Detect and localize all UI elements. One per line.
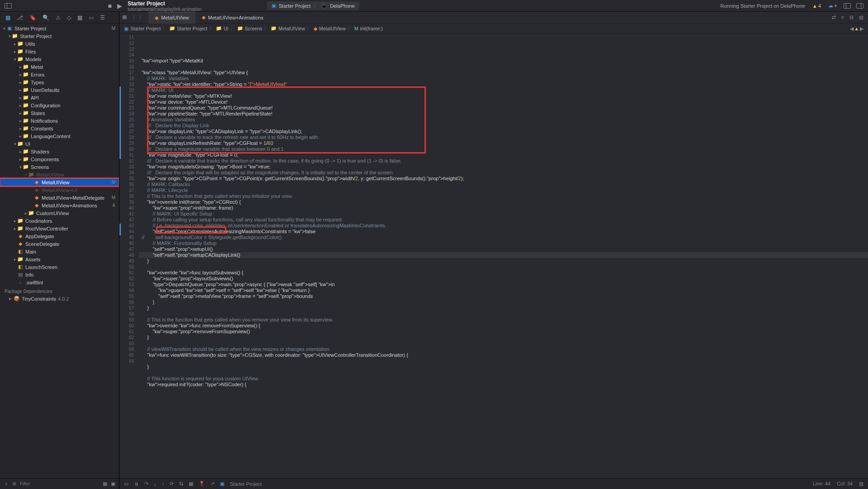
stop-button[interactable]: ■ bbox=[108, 2, 112, 10]
split-icon[interactable]: ▥ bbox=[859, 14, 863, 20]
tree-folder[interactable]: ▸📁Constants bbox=[0, 125, 119, 132]
filter-bar: ＋ ⊜ ▦ ▣ bbox=[0, 478, 119, 489]
tree-file[interactable]: ◆MetalUIView+AnimationsA bbox=[0, 201, 119, 209]
add-button[interactable]: ＋ bbox=[833, 2, 838, 9]
phone-icon: 📱 bbox=[321, 3, 327, 9]
source-control-icon[interactable]: ⎇ bbox=[17, 14, 23, 21]
bookmark-icon[interactable]: 🔖 bbox=[29, 14, 36, 21]
tree-file[interactable]: ◧Main bbox=[0, 248, 119, 255]
code-editor[interactable]: 1112131415161718192021222324252627282930… bbox=[119, 34, 868, 478]
build-status: Running Starter Project on DelaPhone bbox=[720, 3, 805, 9]
issue-icon[interactable]: ⚠ bbox=[56, 14, 61, 21]
toggle-inspector-icon[interactable] bbox=[856, 3, 863, 9]
next-issue-icon[interactable]: ▶ bbox=[860, 26, 863, 31]
tree-file[interactable]: ◆MetalUIView+UI bbox=[0, 186, 119, 194]
debug-refresh-icon[interactable]: ⟳ bbox=[170, 481, 174, 487]
cloud-icon[interactable]: ☁ bbox=[828, 3, 833, 9]
tree-file[interactable]: ▤Info bbox=[0, 271, 119, 278]
tab-bar: ▦ 〈 〉 ◆ MetalUIView ◆ MetalUIView+Animat… bbox=[119, 12, 868, 24]
tree-folder[interactable]: ▸📁Shaders bbox=[0, 148, 119, 155]
navigator: ▦ ⎇ 🔖 🔍 ⚠ ◇ ▦ ▭ ☰ ▾▣ Starter Project M ▾… bbox=[0, 12, 119, 489]
titlebar: ■ ▶ Starter Project tutorial/metal/cadis… bbox=[0, 0, 868, 12]
arrows-icon[interactable]: ⇄ bbox=[832, 14, 836, 20]
related-items-icon[interactable]: ▦ bbox=[122, 14, 127, 21]
recent-icon[interactable]: ▦ bbox=[103, 481, 107, 487]
tree-folder[interactable]: ▾📁 Starter Project bbox=[0, 32, 119, 40]
package-row[interactable]: ▸ 📦 TinyConstraints 4.0.2 bbox=[0, 295, 119, 302]
tab-active[interactable]: ◆ MetalUIView bbox=[148, 12, 196, 24]
pause-icon[interactable]: ⏸ bbox=[134, 481, 139, 487]
lines-icon[interactable]: ≡ bbox=[841, 14, 844, 20]
app-icon: ▣ bbox=[272, 3, 276, 9]
filter-input[interactable] bbox=[20, 481, 99, 486]
back-icon[interactable]: 〈 bbox=[130, 14, 135, 21]
debug-location-icon[interactable]: 📍 bbox=[199, 481, 205, 487]
tree-folder[interactable]: ▸📁Components bbox=[0, 155, 119, 163]
tree-folder[interactable]: ▸📁Coodinators bbox=[0, 217, 119, 225]
tree-file[interactable]: ◧LaunchScreen bbox=[0, 263, 119, 271]
tree-folder[interactable]: ▸📁RootViewController bbox=[0, 225, 119, 232]
tree-folder[interactable]: ▸📁Metal bbox=[0, 63, 119, 71]
tree-folder[interactable]: ▸📁Configuration bbox=[0, 101, 119, 109]
run-button[interactable]: ▶ bbox=[117, 2, 122, 10]
test-icon[interactable]: ◇ bbox=[67, 14, 71, 21]
navigator-selector-bar: ▦ ⎇ 🔖 🔍 ⚠ ◇ ▦ ▭ ☰ bbox=[0, 12, 119, 24]
add-icon[interactable]: ＋ bbox=[4, 480, 9, 487]
find-icon[interactable]: 🔍 bbox=[43, 14, 49, 21]
tree-folder[interactable]: ▾📁Models bbox=[0, 55, 119, 63]
prev-issue-icon[interactable]: ◀ bbox=[850, 26, 854, 31]
debug-hierarchy-icon[interactable]: ⇆ bbox=[179, 481, 183, 487]
debug-bar: ▭ ⏸ ↷ ↓ ↑ ⟳ ⇆ ▦ 📍 ↗ ▣Starter Project Lin… bbox=[119, 478, 868, 489]
tree-folder[interactable]: ▸📁UserDefaults bbox=[0, 86, 119, 94]
step-into-icon[interactable]: ↓ bbox=[154, 481, 157, 487]
tree-folder[interactable]: ▸📁Errors bbox=[0, 71, 119, 78]
tree-folder[interactable]: ▸📁CustomUIView bbox=[0, 209, 119, 217]
tree-folder[interactable]: ▸📁Types bbox=[0, 78, 119, 86]
debug-memory-icon[interactable]: ▦ bbox=[189, 481, 193, 487]
debug-icon[interactable]: ▦ bbox=[77, 14, 82, 21]
tree-folder[interactable]: ▸📁Assets bbox=[0, 255, 119, 263]
tree-folder[interactable]: ▸📁States bbox=[0, 109, 119, 117]
scm-filter-icon[interactable]: ▣ bbox=[111, 481, 115, 487]
tree-file[interactable]: ◆MetalUIViewM bbox=[0, 178, 119, 186]
tree-folder[interactable]: ▾📁UI bbox=[0, 140, 119, 148]
scheme-selector[interactable]: ▣ Starter Project 〉 📱 DelaPhone bbox=[267, 1, 359, 10]
tree-file[interactable]: ◆SceneDelegate bbox=[0, 240, 119, 248]
project-navigator-icon[interactable]: ▦ bbox=[5, 14, 10, 21]
tree-file[interactable]: ▫.swiftlint bbox=[0, 278, 119, 286]
tree-root[interactable]: ▾▣ Starter Project M bbox=[0, 24, 119, 32]
branch-label: tutorial/metal/cadisplaylink-animation bbox=[128, 7, 201, 12]
tree-folder[interactable]: ▸📁Utils bbox=[0, 40, 119, 48]
adjust-icon[interactable]: ⊟ bbox=[849, 14, 854, 20]
tree-file[interactable]: ◆MetalUIView+MetalDelegateM bbox=[0, 194, 119, 201]
filter-icon[interactable]: ⊜ bbox=[12, 481, 16, 487]
debug-override-icon[interactable]: ↗ bbox=[210, 481, 215, 487]
tree-file[interactable]: ◆AppDelegate bbox=[0, 232, 119, 240]
step-over-icon[interactable]: ↷ bbox=[144, 481, 148, 487]
tree-folder[interactable]: ▸📁API bbox=[0, 94, 119, 101]
project-title: Starter Project bbox=[128, 0, 165, 7]
file-tree[interactable]: ▾▣ Starter Project M ▾📁 Starter Project … bbox=[0, 24, 119, 478]
toggle-console-icon[interactable]: ▥ bbox=[859, 481, 863, 487]
toggle-navigator-icon[interactable] bbox=[5, 3, 12, 9]
breakpoint-icon[interactable]: ▭ bbox=[89, 14, 94, 21]
tab-second[interactable]: ◆ MetalUIView+Animations bbox=[196, 12, 270, 24]
editor-area: ▦ 〈 〉 ◆ MetalUIView ◆ MetalUIView+Animat… bbox=[119, 12, 868, 489]
tree-folder[interactable]: ▸📁Notifications bbox=[0, 117, 119, 125]
swift-icon: ◆ bbox=[202, 14, 205, 20]
step-out-icon[interactable]: ↑ bbox=[162, 481, 165, 487]
tree-folder[interactable]: ▸📁LanguageContent bbox=[0, 132, 119, 140]
cursor-col: Col: 34 bbox=[837, 481, 853, 487]
line-gutter: 1112131415161718192021222324252627282930… bbox=[119, 34, 138, 478]
warnings-badge[interactable]: ▲ 4 bbox=[812, 3, 821, 9]
tree-folder[interactable]: ▸📁Files bbox=[0, 48, 119, 55]
tree-folder[interactable]: ▾📁MetalUIView bbox=[0, 171, 119, 178]
package-deps-header: Package Dependencies bbox=[0, 286, 119, 295]
jump-bar[interactable]: ▣Starter Project〉 📁Starter Project〉 📁UI〉… bbox=[119, 24, 868, 34]
toggle-library-icon[interactable] bbox=[844, 3, 851, 9]
swift-icon: ◆ bbox=[155, 15, 158, 21]
report-icon[interactable]: ☰ bbox=[100, 14, 105, 21]
tree-folder[interactable]: ▾📁Screens bbox=[0, 163, 119, 171]
toggle-debug-icon[interactable]: ▭ bbox=[124, 481, 129, 487]
forward-icon[interactable]: 〉 bbox=[139, 14, 144, 21]
